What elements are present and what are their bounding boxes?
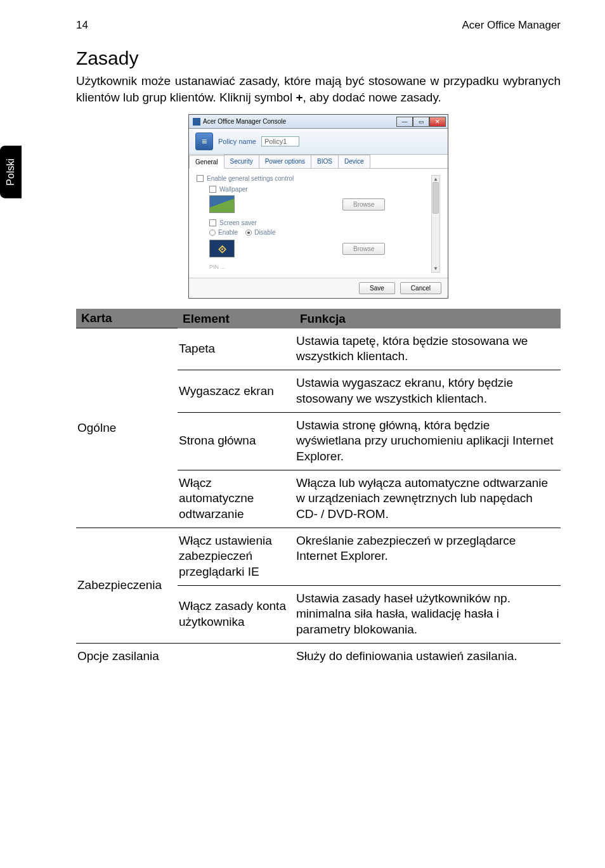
page-number: 14 xyxy=(76,19,88,32)
th-karta: Karta xyxy=(76,309,178,328)
screensaver-label: Screen saver xyxy=(219,219,257,226)
app-window: Acer Office Manager Console — ▭ ✕ ≡ Poli… xyxy=(188,114,448,299)
scroll-down-icon[interactable]: ▼ xyxy=(433,266,438,271)
funkcja-cell: Służy do definiowania ustawień zasilania… xyxy=(295,643,561,669)
th-funkcja: Funkcja xyxy=(295,309,561,328)
th-element: Element xyxy=(178,309,295,328)
scrollbar[interactable]: ▲ ▼ xyxy=(431,175,440,273)
section-heading: Zasady xyxy=(76,48,561,69)
disable-radio-label: Disable xyxy=(254,229,275,236)
funkcja-cell: Ustawia tapetę, która będzie stosowana w… xyxy=(295,328,561,370)
funkcja-cell: Ustawia zasady haseł użytkowników np. mi… xyxy=(295,585,561,643)
policy-icon: ≡ xyxy=(195,133,213,150)
cancel-button[interactable]: Cancel xyxy=(400,282,441,294)
enable-general-checkbox[interactable] xyxy=(197,175,204,182)
pin-label: PIN ... xyxy=(209,264,427,270)
wallpaper-label: Wallpaper xyxy=(219,186,248,193)
policy-table: Karta Element Funkcja OgólneTapetaUstawi… xyxy=(76,309,561,669)
scroll-up-icon[interactable]: ▲ xyxy=(433,176,438,182)
tab-bios[interactable]: BIOS xyxy=(311,155,339,168)
tabstrip: General Security Power options BIOS Devi… xyxy=(189,155,448,169)
scroll-thumb[interactable] xyxy=(433,182,439,214)
funkcja-cell: Ustawia wygaszacz ekranu, który będzie s… xyxy=(295,370,561,412)
window-title: Acer Office Manager Console xyxy=(203,118,286,125)
language-tab: Polski xyxy=(0,146,22,198)
enable-radio-label: Enable xyxy=(218,229,238,236)
tab-general[interactable]: General xyxy=(189,155,224,169)
karta-cell: Zabezpieczenia xyxy=(76,528,178,643)
tab-security[interactable]: Security xyxy=(224,155,259,168)
minimize-button[interactable]: — xyxy=(396,117,413,127)
element-cell xyxy=(178,643,295,669)
screensaver-browse-button[interactable]: Browse xyxy=(342,243,385,255)
table-row: OgólneTapetaUstawia tapetę, która będzie… xyxy=(76,328,561,370)
enable-radio[interactable] xyxy=(209,230,216,236)
element-cell: Włącz ustawienia zabezpieczeń przeglądar… xyxy=(178,528,295,585)
wallpaper-browse-button[interactable]: Browse xyxy=(342,198,385,211)
disable-radio[interactable] xyxy=(245,230,252,236)
tab-power-options[interactable]: Power options xyxy=(259,155,311,168)
element-cell: Włącz automatyczne odtwarzanie xyxy=(178,470,295,528)
funkcja-cell: Określanie zabezpieczeń w przeglądarce I… xyxy=(295,528,561,585)
element-cell: Tapeta xyxy=(178,328,295,370)
header-title: Acer Office Manager xyxy=(462,19,561,32)
policy-name-input[interactable]: Policy1 xyxy=(261,136,299,146)
element-cell: Strona główna xyxy=(178,412,295,470)
karta-cell: Ogólne xyxy=(76,328,178,528)
wallpaper-checkbox[interactable] xyxy=(209,186,216,193)
intro-paragraph: Użytkownik może ustanawiać zasady, które… xyxy=(76,73,561,105)
wallpaper-thumb xyxy=(209,195,235,213)
policy-name-label: Policy name xyxy=(218,138,256,145)
toolbar: ≡ Policy name Policy1 xyxy=(189,129,448,155)
enable-general-label: Enable general settings control xyxy=(207,175,294,182)
close-button[interactable]: ✕ xyxy=(429,117,446,127)
screensaver-thumb: ⟐ xyxy=(209,240,235,257)
save-button[interactable]: Save xyxy=(359,282,395,294)
funkcja-cell: Ustawia stronę główną, która będzie wyśw… xyxy=(295,412,561,470)
table-row: Opcje zasilaniaSłuży do definiowania ust… xyxy=(76,643,561,669)
maximize-button[interactable]: ▭ xyxy=(413,117,429,127)
element-cell: Wygaszacz ekran xyxy=(178,370,295,412)
screenshot: Acer Office Manager Console — ▭ ✕ ≡ Poli… xyxy=(76,114,561,299)
karta-cell: Opcje zasilania xyxy=(76,643,178,669)
table-header-row: Karta Element Funkcja xyxy=(76,309,561,328)
tab-device[interactable]: Device xyxy=(338,155,370,168)
table-row: ZabezpieczeniaWłącz ustawienia zabezpiec… xyxy=(76,528,561,585)
screensaver-checkbox[interactable] xyxy=(209,219,216,226)
titlebar: Acer Office Manager Console — ▭ ✕ xyxy=(189,115,448,129)
funkcja-cell: Włącza lub wyłącza automatyczne odtwarza… xyxy=(295,470,561,528)
app-icon xyxy=(193,118,200,126)
element-cell: Włącz zasady konta użytkownika xyxy=(178,585,295,643)
